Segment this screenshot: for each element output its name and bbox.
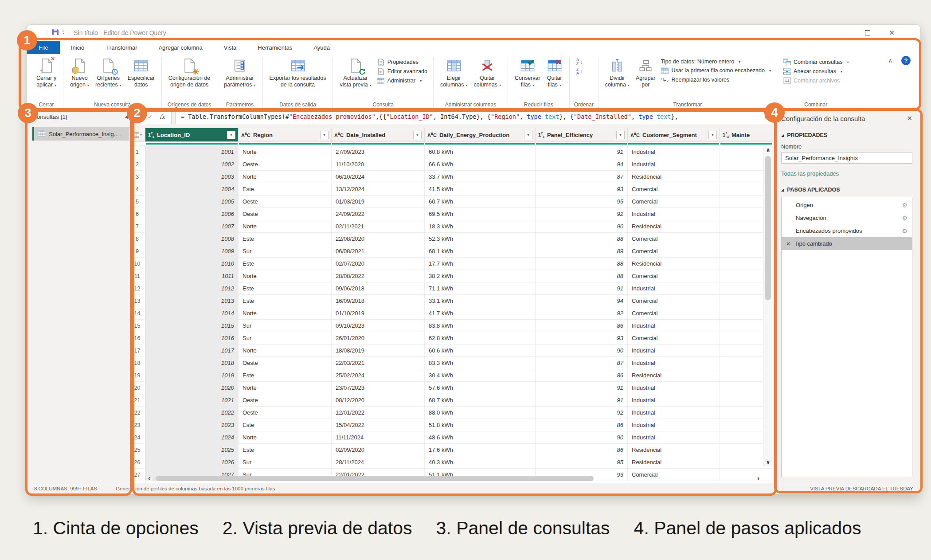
- query-list-item[interactable]: Solar_Performance_Insig...: [32, 127, 132, 141]
- row-number[interactable]: 19: [129, 369, 145, 381]
- table-cell[interactable]: 01/10/2019: [332, 307, 425, 319]
- table-cell[interactable]: Este: [239, 233, 332, 245]
- row-number[interactable]: 4: [129, 183, 145, 195]
- table-cell[interactable]: 83.8 kWh: [425, 320, 536, 332]
- table-cell[interactable]: Industrial: [628, 146, 720, 158]
- properties-section-header[interactable]: ◢ PROPIEDADES: [781, 132, 912, 138]
- table-cell[interactable]: 92: [536, 208, 628, 220]
- table-cell[interactable]: 1018: [145, 357, 239, 369]
- tab-ayuda[interactable]: Ayuda: [303, 41, 340, 54]
- ribbon-button-agrupar-por[interactable]: Agrupar por: [633, 57, 658, 89]
- status-profiling[interactable]: Generación de perfiles de columnas basad…: [116, 486, 275, 491]
- row-number[interactable]: 14: [129, 307, 145, 319]
- table-cell[interactable]: 68.7 kWh: [425, 394, 536, 406]
- ribbon-button-elegir-columnas[interactable]: Elegir columnas▾: [437, 57, 471, 89]
- ribbon-button-tipo-de-datos-n-mero-entero[interactable]: Tipo de datos: Número entero▾: [660, 59, 773, 65]
- ribbon-button-configuraci-n-de-origen-de-datos[interactable]: Configuración de origen de datos: [165, 57, 214, 89]
- table-cell[interactable]: Este: [239, 369, 332, 381]
- table-cell[interactable]: 52.3 kWh: [425, 233, 536, 245]
- tab-transformar[interactable]: Transformar: [95, 41, 148, 54]
- table-cell[interactable]: 24/09/2022: [332, 208, 425, 220]
- row-number[interactable]: 21: [129, 394, 145, 406]
- table-cell[interactable]: 11/10/2020: [332, 158, 425, 170]
- row-number[interactable]: 25: [129, 444, 145, 456]
- table-cell[interactable]: 13/12/2024: [332, 183, 425, 195]
- table-cell[interactable]: Comercial: [628, 332, 720, 344]
- table-cell[interactable]: 18.3 kWh: [425, 220, 536, 232]
- table-cell[interactable]: 17.6 kWh: [425, 444, 536, 456]
- filter-dropdown-icon[interactable]: ▼: [413, 131, 422, 139]
- tab-herramientas[interactable]: Herramientas: [247, 41, 303, 54]
- table-cell[interactable]: 89: [536, 245, 628, 257]
- table-cell[interactable]: 86: [536, 444, 628, 456]
- ribbon-button-especificar-datos[interactable]: Especificar datos: [125, 57, 158, 89]
- table-cell[interactable]: Industrial: [628, 382, 720, 394]
- table-cell[interactable]: Industrial: [628, 208, 720, 220]
- row-number[interactable]: 18: [129, 357, 145, 369]
- table-cell[interactable]: 28/11/2024: [332, 456, 425, 468]
- table-cell[interactable]: 60.6 kWh: [425, 345, 536, 356]
- table-cell[interactable]: 1025: [145, 444, 239, 456]
- close-settings-icon[interactable]: ✕: [907, 114, 912, 122]
- table-cell[interactable]: 1026: [145, 456, 239, 468]
- row-number[interactable]: 12: [129, 282, 145, 294]
- table-cell[interactable]: Industrial: [628, 357, 720, 369]
- table-cell[interactable]: Industrial: [628, 158, 720, 170]
- table-cell[interactable]: Este: [239, 295, 332, 307]
- table-cell[interactable]: Comercial: [628, 295, 720, 307]
- table-cell[interactable]: 60.8 kWh: [425, 146, 536, 158]
- applied-step-encabezados-promovidos[interactable]: Encabezados promovidos⚙: [782, 224, 912, 237]
- table-cell[interactable]: 1023: [145, 419, 239, 431]
- table-cell[interactable]: 83.3 kWh: [425, 357, 536, 369]
- row-number[interactable]: 24: [129, 431, 145, 443]
- table-cell[interactable]: Comercial: [628, 196, 720, 208]
- table-cell[interactable]: Industrial: [628, 394, 720, 406]
- table-cell[interactable]: 88: [536, 270, 628, 282]
- table-cell[interactable]: 38.2 kWh: [425, 270, 536, 282]
- table-cell[interactable]: 86: [536, 369, 628, 381]
- table-cell[interactable]: 1017: [145, 345, 239, 356]
- table-cell[interactable]: 01/03/2019: [332, 196, 425, 208]
- table-cell[interactable]: Norte: [239, 220, 332, 232]
- table-cell[interactable]: 41.7 kWh: [425, 307, 536, 319]
- vertical-scroll-thumb[interactable]: [765, 156, 771, 300]
- table-cell[interactable]: 1024: [145, 431, 239, 443]
- ribbon-button-dividir-columna[interactable]: Dividir columna▾: [602, 57, 633, 89]
- row-number[interactable]: 22: [129, 407, 145, 419]
- table-cell[interactable]: Norte: [239, 146, 332, 158]
- ribbon-button-anexar-consultas[interactable]: Anexar consultas▾: [782, 68, 850, 75]
- filter-dropdown-icon[interactable]: ▼: [524, 131, 532, 139]
- table-cell[interactable]: 60.7 kWh: [425, 196, 536, 208]
- table-cell[interactable]: Norte: [239, 345, 332, 356]
- table-cell[interactable]: 02/11/2021: [332, 220, 425, 232]
- ribbon-button-actualizar-vista-previa[interactable]: Actualizar vista previa▾: [336, 57, 374, 89]
- table-cell[interactable]: 66.6 kWh: [425, 158, 536, 170]
- table-cell[interactable]: 68.1 kWh: [425, 245, 536, 257]
- table-cell[interactable]: 02/09/2020: [332, 444, 425, 456]
- table-cell[interactable]: Norte: [239, 382, 332, 394]
- filter-dropdown-icon[interactable]: ▼: [708, 131, 717, 139]
- table-cell[interactable]: 87: [536, 171, 628, 183]
- step-settings-gear-icon[interactable]: ⚙: [902, 215, 908, 222]
- table-cell[interactable]: Norte: [239, 307, 332, 319]
- table-cell[interactable]: Industrial: [628, 282, 720, 294]
- table-cell[interactable]: 09/06/2018: [332, 282, 425, 294]
- ribbon-button-reemplazar-los-valores[interactable]: ¹↳₂Reemplazar los valores: [660, 76, 773, 83]
- ribbon-button-conservar-filas[interactable]: Conservar filas▾: [512, 57, 544, 89]
- table-cell[interactable]: 95: [536, 196, 628, 208]
- table-cell[interactable]: 1010: [145, 258, 239, 270]
- table-cell[interactable]: 91: [536, 382, 628, 394]
- table-cell[interactable]: Este: [239, 282, 332, 294]
- table-cell[interactable]: 94: [536, 295, 628, 307]
- table-cell[interactable]: Residencial: [628, 220, 720, 232]
- table-cell[interactable]: 93: [536, 332, 628, 344]
- table-cell[interactable]: 17.7 kWh: [425, 258, 536, 270]
- table-cell[interactable]: 22/03/2021: [332, 357, 425, 369]
- table-cell[interactable]: 1012: [145, 282, 239, 294]
- horizontal-scroll-thumb[interactable]: [156, 476, 594, 481]
- table-cell[interactable]: Este: [239, 258, 332, 270]
- row-number[interactable]: 6: [129, 208, 145, 220]
- ribbon-button-combinar-consultas[interactable]: Combinar consultas▾: [782, 59, 850, 66]
- help-icon[interactable]: ?: [901, 56, 911, 65]
- row-number[interactable]: 15: [129, 320, 145, 332]
